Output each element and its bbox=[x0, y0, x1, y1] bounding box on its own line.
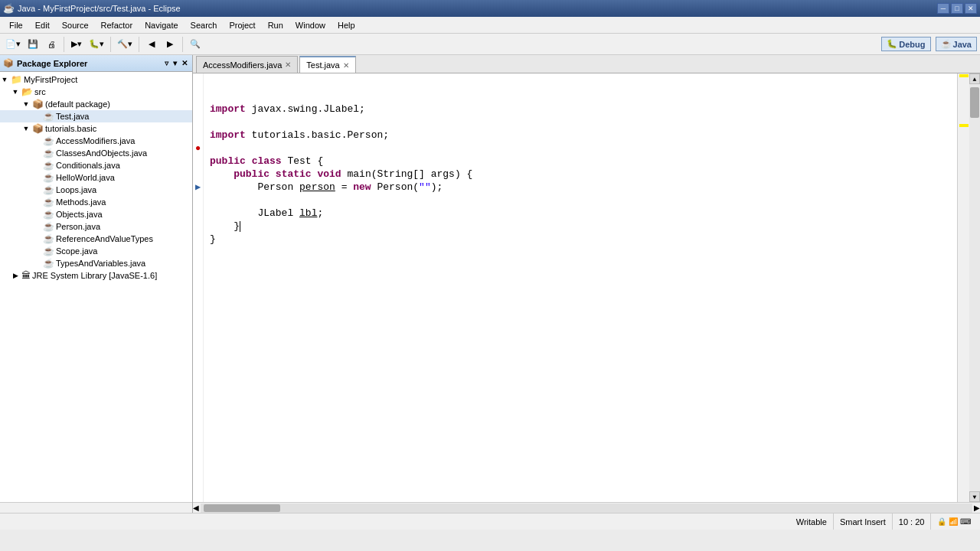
code-line bbox=[210, 116, 951, 129]
minimize-button[interactable]: ─ bbox=[937, 3, 949, 14]
tree-arrow-icon: ▼ bbox=[21, 125, 31, 132]
sep1 bbox=[64, 37, 64, 52]
tree-arrow-icon: ▼ bbox=[0, 76, 9, 83]
h-scrollbar-container: ◀ ▶ bbox=[193, 502, 980, 513]
maximize-button[interactable]: □ bbox=[951, 3, 963, 14]
scroll-thumb[interactable] bbox=[970, 87, 979, 118]
tree-item[interactable]: ☕Objects.java bbox=[0, 208, 192, 220]
tree-item[interactable]: ▼📁MyFirstProject bbox=[0, 73, 192, 86]
tree-node-label: ReferenceAndValueTypes bbox=[56, 234, 153, 243]
tree-item[interactable]: ☕ReferenceAndValueTypes bbox=[0, 233, 192, 245]
tree-node-label: Loops.java bbox=[56, 185, 96, 194]
underline-token: lbl bbox=[299, 207, 317, 220]
text-token: Person( bbox=[371, 181, 419, 194]
tab-close-icon[interactable]: ✕ bbox=[285, 60, 291, 69]
menu-item-file[interactable]: File bbox=[3, 17, 29, 33]
tree-item[interactable]: ☕Person.java bbox=[0, 220, 192, 233]
menu-item-search[interactable]: Search bbox=[185, 17, 224, 33]
annotation-strip bbox=[957, 73, 969, 502]
h-thumb[interactable] bbox=[204, 504, 280, 512]
tree-item[interactable]: ▶🏛JRE System Library [JavaSE-1.6] bbox=[0, 269, 192, 282]
tree-node-label: (default package) bbox=[45, 99, 110, 109]
text-token bbox=[312, 168, 318, 181]
text-token: javax.swing.JLabel; bbox=[246, 103, 365, 116]
pe-filter-btn[interactable]: ▾ bbox=[172, 58, 178, 68]
tree-item[interactable]: ☕Loops.java bbox=[0, 184, 192, 196]
pe-menu-btn[interactable]: ✕ bbox=[180, 58, 189, 68]
kw-token: void bbox=[317, 168, 341, 181]
main-layout: 📦 Package Explorer ▿ ▾ ✕ ▼📁MyFirstProjec… bbox=[0, 55, 980, 513]
tree-item[interactable]: ☕Test.java bbox=[0, 110, 192, 122]
tree-node-icon: ☕ bbox=[43, 184, 54, 195]
h-scrollbar[interactable] bbox=[201, 504, 972, 513]
h-scroll-left[interactable]: ◀ bbox=[193, 504, 199, 512]
build-btn[interactable]: 🔨▾ bbox=[115, 36, 135, 53]
breakpoint-icon[interactable]: ● bbox=[195, 143, 201, 154]
save-button[interactable]: 💾 bbox=[24, 36, 41, 53]
gutter-line bbox=[193, 129, 203, 142]
new-button[interactable]: 📄▾ bbox=[3, 36, 23, 53]
print-button[interactable]: 🖨 bbox=[43, 36, 60, 53]
tree-item[interactable]: ▼📂src bbox=[0, 86, 192, 98]
tree-item[interactable]: ☕Scope.java bbox=[0, 245, 192, 257]
tree-node-label: Conditionals.java bbox=[56, 161, 120, 170]
debug-perspective-btn[interactable]: 🐛Debug bbox=[881, 37, 930, 51]
tree-item[interactable]: ☕HelloWorld.java bbox=[0, 171, 192, 184]
pe-collapse-btn[interactable]: ▿ bbox=[163, 58, 170, 68]
tree-node-icon: 📂 bbox=[21, 86, 33, 97]
tree-node-icon: ☕ bbox=[43, 172, 54, 183]
editor-tab[interactable]: Test.java✕ bbox=[299, 56, 355, 73]
tree-item[interactable]: ☕TypesAndVariables.java bbox=[0, 257, 192, 269]
tree-node-icon: 📁 bbox=[11, 74, 22, 85]
text-token bbox=[246, 155, 252, 168]
menu-item-window[interactable]: Window bbox=[289, 17, 332, 33]
menu-item-help[interactable]: Help bbox=[332, 17, 361, 33]
tree-item[interactable]: ☕Conditionals.java bbox=[0, 159, 192, 171]
tree-item[interactable]: ▼📦tutorials.basic bbox=[0, 122, 192, 135]
editor-tab[interactable]: AccessModifiers.java✕ bbox=[196, 56, 298, 73]
java-perspective-btn[interactable]: ☕Java bbox=[936, 37, 977, 51]
h-scroll-right[interactable]: ▶ bbox=[974, 504, 980, 512]
string-token: "" bbox=[419, 181, 431, 194]
tree-item[interactable]: ☕AccessModifiers.java bbox=[0, 135, 192, 147]
scroll-track[interactable] bbox=[969, 84, 980, 491]
pe-scrollbar[interactable] bbox=[0, 502, 192, 513]
code-line: } bbox=[210, 220, 951, 233]
debug-run[interactable]: 🐛▾ bbox=[87, 36, 106, 53]
tree-item[interactable]: ☕ClassesAndObjects.java bbox=[0, 147, 192, 159]
code-line: public class Test { bbox=[210, 155, 951, 168]
gutter-line bbox=[193, 194, 203, 207]
menu-item-edit[interactable]: Edit bbox=[29, 17, 56, 33]
kw-token: import bbox=[210, 129, 246, 142]
next-btn[interactable]: ▶ bbox=[162, 36, 178, 53]
kw-token: class bbox=[252, 155, 282, 168]
search-btn[interactable]: 🔍 bbox=[187, 36, 204, 53]
menu-item-refactor[interactable]: Refactor bbox=[95, 17, 139, 33]
gutter-line: ● bbox=[193, 142, 203, 155]
code-line: } bbox=[210, 233, 951, 246]
tree-item[interactable]: ▼📦(default package) bbox=[0, 98, 192, 110]
gutter-line bbox=[193, 77, 203, 90]
scroll-down-btn[interactable]: ▼ bbox=[969, 491, 980, 502]
text-token: main(String[] args) { bbox=[341, 168, 473, 181]
close-button[interactable]: ✕ bbox=[965, 3, 977, 14]
sep2 bbox=[110, 37, 111, 52]
v-scrollbar[interactable]: ▲ ▼ bbox=[969, 73, 980, 502]
scroll-up-btn[interactable]: ▲ bbox=[969, 73, 980, 84]
menu-item-run[interactable]: Run bbox=[262, 17, 289, 33]
tree-item[interactable]: ☕Methods.java bbox=[0, 196, 192, 208]
code-content[interactable]: import javax.swing.JLabel; import tutori… bbox=[204, 73, 957, 502]
run-dropdown[interactable]: ▶▾ bbox=[68, 36, 85, 53]
menu-item-source[interactable]: Source bbox=[56, 17, 95, 33]
menu-item-project[interactable]: Project bbox=[223, 17, 261, 33]
gutter: ●▶ bbox=[193, 73, 204, 502]
tree-node-icon: 📦 bbox=[32, 123, 44, 134]
text-token: ); bbox=[431, 181, 443, 194]
gutter-line: ▶ bbox=[193, 181, 203, 194]
position-status: 10 : 20 bbox=[893, 514, 932, 530]
code-line: Person person = new Person(""); bbox=[210, 181, 951, 194]
tab-close-icon[interactable]: ✕ bbox=[343, 61, 349, 70]
insert-mode-status: Smart Insert bbox=[834, 514, 893, 530]
menu-item-navigate[interactable]: Navigate bbox=[139, 17, 184, 33]
prev-btn[interactable]: ◀ bbox=[143, 36, 160, 53]
